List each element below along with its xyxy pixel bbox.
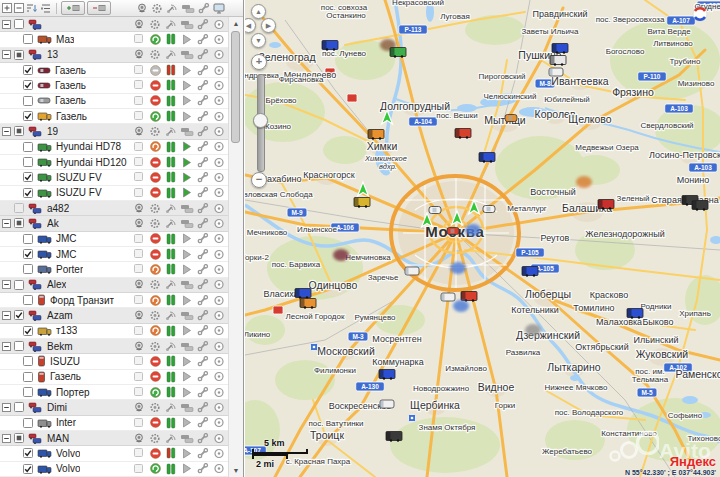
signal-bars-icon[interactable] (163, 386, 179, 398)
vehicle-truck-marker[interactable] (479, 153, 495, 163)
engine-icon[interactable] (147, 126, 163, 137)
camera-icon[interactable] (131, 279, 147, 290)
signal-bars-icon[interactable] (163, 171, 179, 183)
signal-bars-icon[interactable] (163, 95, 179, 107)
unit-checkbox[interactable] (23, 295, 33, 305)
satellite-icon[interactable] (163, 310, 179, 321)
motion-state-icon[interactable] (147, 172, 163, 183)
signal-bars-icon[interactable] (163, 325, 179, 337)
motion-state-icon[interactable] (147, 80, 163, 91)
follow-unit-icon[interactable] (179, 187, 195, 198)
convoy-icon[interactable] (179, 49, 195, 60)
vehicle-truck-marker[interactable] (386, 432, 402, 442)
motion-state-icon[interactable] (147, 141, 163, 152)
group-checkbox[interactable] (14, 126, 24, 136)
signal-bars-icon[interactable] (163, 263, 179, 275)
vehicle-truck-marker[interactable] (627, 309, 643, 319)
mini-checkbox[interactable] (131, 157, 147, 167)
unit-row[interactable]: Портер (0, 385, 229, 400)
wrench-icon[interactable] (195, 111, 211, 122)
signal-bars-icon[interactable] (163, 233, 179, 245)
wrench-icon[interactable] (195, 264, 211, 275)
camera-icon[interactable] (131, 341, 147, 352)
follow-unit-icon[interactable] (179, 448, 195, 459)
group-checkbox[interactable] (14, 19, 24, 29)
target-icon[interactable] (211, 264, 227, 275)
pan-up-button[interactable]: ▲ (251, 4, 266, 19)
target-icon[interactable] (211, 417, 227, 428)
convoy-icon[interactable] (179, 433, 195, 444)
follow-unit-icon[interactable] (179, 172, 195, 183)
unit-row[interactable]: ISUZU FV (0, 186, 229, 201)
camera-icon[interactable] (131, 218, 147, 229)
vehicle-van-marker[interactable] (380, 400, 394, 408)
mini-checkbox[interactable] (131, 111, 147, 121)
wrench-icon[interactable] (195, 341, 211, 352)
target-icon[interactable] (211, 433, 227, 444)
wrench-icon[interactable] (195, 157, 211, 168)
satellite-icon[interactable] (163, 19, 179, 30)
motion-state-icon[interactable] (147, 187, 163, 198)
motion-state-icon[interactable] (147, 95, 163, 106)
vehicle-truck-marker[interactable] (522, 267, 538, 277)
group-row[interactable]: 19 (0, 124, 229, 139)
collapse-group-icon[interactable] (2, 50, 11, 59)
vehicle-truck-marker[interactable] (300, 299, 316, 309)
engine-icon[interactable] (147, 279, 163, 290)
blurred-unit-marker[interactable] (465, 224, 481, 236)
engine-icon[interactable] (147, 49, 163, 60)
vehicle-van-marker[interactable] (405, 267, 419, 275)
group-row[interactable]: Dimi (0, 400, 229, 415)
unit-checkbox[interactable] (23, 34, 33, 44)
target-icon[interactable] (211, 141, 227, 152)
wrench-icon[interactable] (195, 356, 211, 367)
follow-unit-icon[interactable] (179, 356, 195, 367)
blurred-unit-marker[interactable] (450, 262, 466, 274)
vehicle-truck-marker[interactable] (390, 48, 406, 58)
mini-checkbox[interactable] (131, 34, 147, 44)
follow-unit-icon[interactable] (179, 387, 195, 398)
wrench-icon[interactable] (195, 80, 211, 91)
satellite-icon[interactable] (163, 218, 179, 229)
collapse-group-icon[interactable] (2, 280, 11, 289)
group-row[interactable]: a482 (0, 201, 229, 216)
unit-checkbox[interactable] (23, 96, 33, 106)
map-canvas[interactable]: Р-113А-107А-107М-8Р-110А-103А-104М-9А-10… (245, 0, 720, 477)
signal-bars-icon[interactable] (163, 447, 179, 459)
group-row[interactable]: Azam (0, 308, 229, 323)
signal-bars-icon[interactable] (163, 64, 179, 76)
camera-icon[interactable] (131, 433, 147, 444)
vehicle-truck-marker[interactable] (322, 41, 338, 51)
mini-checkbox[interactable] (131, 295, 147, 305)
mini-checkbox[interactable] (131, 188, 147, 198)
wrench-icon[interactable] (195, 433, 211, 444)
signal-bars-icon[interactable] (163, 156, 179, 168)
group-row[interactable]: Ak (0, 216, 229, 231)
deselect-all-button[interactable] (87, 1, 111, 15)
follow-unit-icon[interactable] (179, 325, 195, 336)
follow-unit-icon[interactable] (179, 95, 195, 106)
target-icon[interactable] (211, 172, 227, 183)
wrench-icon[interactable] (195, 172, 211, 183)
collapse-all-icon[interactable] (14, 2, 24, 15)
convoy-icon[interactable] (179, 402, 195, 413)
follow-unit-icon[interactable] (179, 295, 195, 306)
satellite-icon[interactable] (163, 433, 179, 444)
target-icon[interactable] (211, 95, 227, 106)
wrench-icon[interactable] (195, 65, 211, 76)
engine-icon[interactable] (147, 218, 163, 229)
unit-checkbox[interactable] (23, 418, 33, 428)
group-checkbox[interactable] (14, 50, 24, 60)
motion-state-icon[interactable] (147, 387, 163, 398)
signal-bars-icon[interactable] (163, 110, 179, 122)
unit-checkbox[interactable] (23, 172, 33, 182)
collapse-group-icon[interactable] (2, 434, 11, 443)
wrench-icon[interactable] (195, 310, 211, 321)
pan-right-button[interactable]: ▶ (261, 18, 276, 33)
target-icon[interactable] (211, 157, 227, 168)
sort-az-icon[interactable] (26, 2, 38, 15)
engine-icon[interactable] (147, 433, 163, 444)
unit-checkbox[interactable] (23, 264, 33, 274)
vehicle-truck-marker[interactable] (455, 129, 471, 139)
blurred-unit-marker[interactable] (453, 300, 469, 312)
